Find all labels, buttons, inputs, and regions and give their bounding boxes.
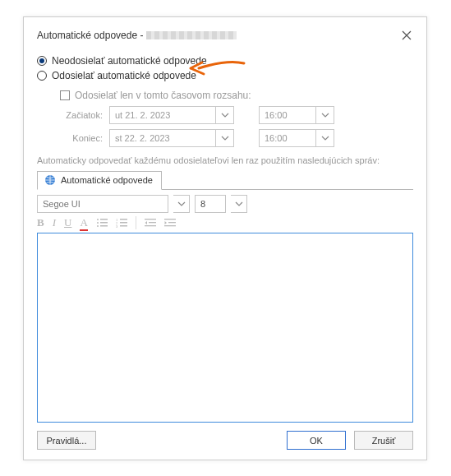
font-family-select[interactable]: Segoe UI [37,195,168,213]
numbered-list-icon: 123 [116,218,127,228]
underline-button[interactable]: U [64,216,71,229]
svg-rect-17 [168,222,176,223]
bold-button[interactable]: B [37,216,44,229]
end-time-field[interactable]: 16:00 [259,129,316,147]
svg-rect-18 [164,225,176,226]
svg-rect-16 [164,219,176,220]
radio-icon [37,71,47,81]
tab-label: Automatické odpovede [61,175,153,185]
checkbox-icon [60,90,70,100]
time-range-section: Odosielať len v tomto časovom rozsahu: Z… [37,85,413,147]
chevron-down-icon [221,134,229,142]
time-range-checkbox-label: Odosielať len v tomto časovom rozsahu: [75,90,251,101]
close-icon [402,30,412,40]
outdent-button[interactable] [145,218,156,228]
radio-send[interactable]: Odosielať automatické odpovede [37,70,413,81]
close-button[interactable] [400,29,413,42]
chevron-down-icon [321,134,329,142]
toolbar-separator [136,216,136,229]
font-color-button[interactable]: A [80,216,87,229]
start-time-dropdown[interactable] [316,106,334,124]
chevron-down-icon [321,111,329,119]
svg-point-1 [97,219,99,220]
tab-bar: Automatické odpovede [37,170,413,190]
time-range-checkbox-row[interactable]: Odosielať len v tomto časovom rozsahu: [60,90,413,101]
svg-point-5 [97,225,99,227]
auto-reply-dialog: Automatické odpovede - Neodosielať autom… [23,16,427,460]
ok-button[interactable]: OK [287,431,346,450]
svg-rect-14 [149,222,156,223]
message-body-editor[interactable] [37,233,413,423]
indent-button[interactable] [164,218,176,228]
bullet-list-icon [96,218,108,228]
end-date-dropdown[interactable] [216,129,234,147]
bullet-list-button[interactable] [96,218,108,228]
end-date-field[interactable]: st 22. 2. 2023 [109,129,216,147]
svg-rect-10 [120,222,127,224]
info-note: Automaticky odpovedať každému odosielate… [37,155,413,165]
radio-send-label: Odosielať automatické odpovede [52,70,196,81]
italic-button[interactable]: I [53,216,56,229]
dialog-button-row: Pravidlá... OK Zrušiť [37,431,413,450]
end-label: Koniec: [60,133,109,143]
svg-point-3 [97,222,99,224]
svg-rect-6 [100,225,108,227]
svg-rect-12 [120,225,127,227]
account-name-redacted [146,31,237,39]
dialog-title: Automatické odpovede - [37,30,143,41]
outdent-icon [145,218,156,228]
chevron-down-icon [177,200,186,208]
rules-button[interactable]: Pravidlá... [37,431,96,450]
start-date-field[interactable]: ut 21. 2. 2023 [109,106,216,124]
font-size-dropdown[interactable] [231,195,247,213]
globe-icon [44,174,56,186]
radio-icon [37,56,47,66]
chevron-down-icon [221,111,229,119]
cancel-button[interactable]: Zrušiť [354,431,413,450]
titlebar: Automatické odpovede - [37,29,413,42]
svg-rect-13 [145,219,156,220]
chevron-down-icon [235,200,243,208]
radio-do-not-send-label: Neodosielať automatické odpovede [52,55,207,67]
svg-rect-8 [120,219,127,220]
format-toolbar: B I U A 123 [37,216,413,229]
end-time-dropdown[interactable] [316,129,334,147]
font-family-dropdown[interactable] [173,195,190,213]
radio-do-not-send[interactable]: Neodosielať automatické odpovede [37,55,413,67]
svg-rect-15 [145,225,156,226]
svg-text:3: 3 [116,224,118,228]
tab-auto-replies[interactable]: Automatické odpovede [37,171,162,190]
send-mode-radio-group: Neodosielať automatické odpovede Odosiel… [37,52,413,85]
font-toolbar: Segoe UI 8 [37,195,413,213]
start-date-dropdown[interactable] [216,106,234,124]
start-label: Začiatok: [60,110,109,120]
start-time-field[interactable]: 16:00 [259,106,316,124]
indent-icon [164,218,176,228]
font-size-select[interactable]: 8 [195,195,226,213]
svg-rect-4 [100,222,108,224]
svg-rect-2 [100,219,108,220]
numbered-list-button[interactable]: 123 [116,218,127,228]
